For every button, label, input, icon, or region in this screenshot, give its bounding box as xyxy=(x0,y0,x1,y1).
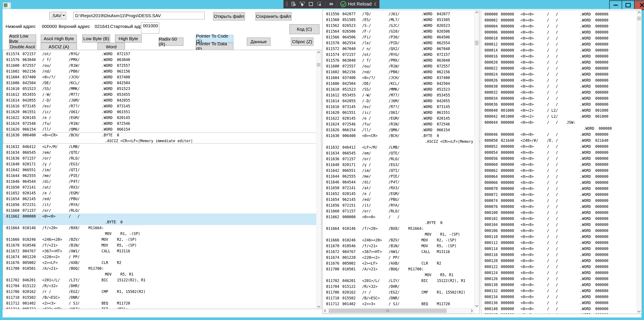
hot-reload-status[interactable]: Hot Reload xyxy=(340,1,372,7)
scrollbar-thumb[interactable] xyxy=(317,63,320,67)
listing-row[interactable]: 011706020162/r //EGZ/CMP R1, 15502(R2) xyxy=(3,289,321,295)
listing-row[interactable]: 011630006400<0><CR>/BCH/.BYTE 0 .ASCIZ <… xyxy=(3,132,321,144)
listing-row[interactable]: 000120000000<0><0>/ /.WORD 000000 xyxy=(481,258,642,264)
listing-row[interactable]: 000012000000<0><0>/ /.WORD 000000 xyxy=(481,41,642,47)
scrollbar-thumb[interactable] xyxy=(475,41,478,45)
listing-row[interactable]: 011666010246<246><20>/BZV/MOV R2, -(SP) xyxy=(3,237,321,242)
listing-row[interactable]: 011710015502/B/<ESC>/DNR/ xyxy=(323,295,479,301)
listing-row[interactable]: 011642066551/im//QTI/ xyxy=(3,167,321,173)
listing-row[interactable]: 011570062554/le//PID/.WORD 062554 xyxy=(323,40,479,46)
track-focused-element-icon[interactable] xyxy=(317,1,322,7)
listing-row[interactable]: 011566064506/Fi//P30/.WORD 064506 xyxy=(323,34,479,40)
listing-row[interactable]: 000112000000<0><0>/ /.WORD 000000 xyxy=(481,240,642,246)
ascii-low-byte-button[interactable]: Ascii Low Byte xyxy=(9,35,36,43)
listing-row[interactable]: 011604037400<0>/?//JCH/.WORD 037400 xyxy=(3,74,321,80)
listing-row[interactable]: 011672004767<367><HT>/AW1/CALL M13116 xyxy=(323,249,479,255)
listing-row[interactable]: 000054000000<0><0>/ /.WORD 000000 xyxy=(481,149,642,155)
middle-panel-vscrollbar[interactable] xyxy=(474,10,479,308)
close-button[interactable] xyxy=(634,1,644,10)
listing-row[interactable]: 011620061551/ic//O6I/.WORD 061551 xyxy=(323,110,479,116)
listing-row[interactable]: 011612053455/-W//M77/.WORD 053455 xyxy=(323,92,479,98)
listing-row[interactable]: 000004000000<0><0>/ /.WORD 000000 xyxy=(481,23,642,29)
listing-row[interactable]: 011712001402<2><3>/ SJ/BEQ M11720 xyxy=(3,300,321,306)
listing-row[interactable]: 011560051505/ES//ML7/.WORD 051505 xyxy=(323,17,479,23)
listing-row[interactable]: 011614042055/-D//J6M/.WORD 042055 xyxy=(323,98,479,104)
listing-row[interactable]: 011606042504/DE//KCL/.WORD 042504 xyxy=(3,80,321,86)
high-byte-button[interactable]: High Byte xyxy=(115,35,142,43)
listing-row[interactable]: 011702046201<201>/L//LIY/BIC 15122(R2), … xyxy=(3,277,321,283)
scrollbar-thumb[interactable] xyxy=(637,17,641,21)
listing-row[interactable]: 000074000000<0><0>/ /.WORD 000000 xyxy=(481,198,642,204)
listing-row[interactable]: 011616073145/ev//R7?/.WORD 073145 xyxy=(323,104,479,110)
listing-row[interactable]: 011676005002<2><LF>/AXB/CLR R2 xyxy=(323,260,479,266)
listing-row[interactable]: 000064000000<0><0>/ /.WORD 000000 xyxy=(481,174,642,180)
listing-row[interactable]: 000010000000<0><0>/ /.WORD 000000 xyxy=(481,35,642,41)
listing-panel-main[interactable]: 011574072157/ot//RYG/.WORD 072157 011576… xyxy=(2,50,322,309)
listing-row[interactable]: 000040001000<0><2>/ L2/.WORD 001000 xyxy=(481,107,642,113)
scroll-left-button[interactable] xyxy=(323,308,328,313)
listing-row[interactable]: 011700010501/A/<21>/BOQ/M11700: MOV R5, … xyxy=(323,266,479,278)
listing-row[interactable]: 000066000000<0><0>/ /.WORD 000000 xyxy=(481,180,642,186)
code-button[interactable]: Код (C) xyxy=(289,24,320,34)
listing-row[interactable]: 011662000000<0><0>/ / .BYTE 0 xyxy=(3,213,321,225)
listing-row[interactable]: 000050021640<240>/#//E. /.WORD 021640 xyxy=(481,137,642,143)
combobox-dropdown-button[interactable] xyxy=(61,12,66,19)
reset-button[interactable]: Сброс (Z) xyxy=(291,38,314,46)
listing-row[interactable]: 011632046412<LF>/M//LMB/ xyxy=(323,145,479,150)
low-byte-button[interactable]: Low Byte (B) xyxy=(82,35,110,43)
listing-row[interactable]: 011662000000<0><0>/ / .BYTE 0 xyxy=(323,214,479,226)
listing-row[interactable]: 011704015122/R/<32>/DHR/ xyxy=(323,284,479,289)
listing-row[interactable]: 011634066545/em//QTE/ xyxy=(3,150,321,155)
double-ascii-button[interactable]: Double Ascii xyxy=(9,43,36,51)
listing-row[interactable]: 011646064544/di//P4T/ xyxy=(3,179,321,184)
scroll-down-button[interactable] xyxy=(637,309,641,313)
listing-row[interactable]: 000070000000<0><0>/ /.WORD 000000 xyxy=(481,186,642,192)
listing-row[interactable]: 011702046201<201>/L//LIY/BIC 15122(R2), … xyxy=(323,278,479,284)
data-button[interactable]: Данные xyxy=(247,38,270,46)
listing-row[interactable]: 011652020145/e //EGM/ xyxy=(3,190,321,196)
listing-row[interactable]: 011610051523/SS//MMK/.WORD 051523 xyxy=(323,87,479,92)
listing-row[interactable]: 011674001220<220><2>/ PP/ xyxy=(3,254,321,260)
listing-row[interactable]: 011624072546/fu//R1N/.WORD 072546 xyxy=(3,121,321,127)
scroll-down-button[interactable] xyxy=(474,303,479,308)
select-element-icon[interactable] xyxy=(300,1,305,7)
listing-row[interactable]: 011646064544/di//P4T/ xyxy=(323,179,479,185)
pointer-to-data-button[interactable]: Pointer To Data (P) xyxy=(196,43,233,50)
listing-row[interactable]: 000000000000<0><0>/ /.WORD 000000 xyxy=(481,11,642,17)
scroll-up-button[interactable] xyxy=(637,11,641,15)
listing-row[interactable]: 011676005002<2><LF>/AXB/CLR R2 xyxy=(3,260,321,266)
listing-row[interactable]: 011576063040/ f//PMX/.WORD 063040 xyxy=(3,57,321,63)
listing-row[interactable]: 000114000000<0><0>/ /.WORD 000000 xyxy=(481,246,642,252)
start-address-input[interactable]: 001000 xyxy=(141,22,159,34)
listing-row[interactable]: 011572067040/ n//QX2/.WORD 067040 xyxy=(323,46,479,52)
asciz-button[interactable]: ASCIZ (A) xyxy=(41,43,77,51)
listing-row[interactable]: 011656072151/it//RYA/ xyxy=(3,202,321,208)
listing-row[interactable]: 011704015122/R/<32>/DHR/ xyxy=(3,283,321,289)
minimize-button[interactable] xyxy=(609,1,622,10)
listing-row[interactable]: 000062000000<0><0>/ /.WORD 000000 xyxy=(481,168,642,174)
listing-row[interactable]: 011700010501/A/<21>/BOQ/M11700: MOV R5, … xyxy=(3,266,321,277)
listing-row[interactable]: 011636071157/or//RLO/ xyxy=(323,156,479,162)
listing-row[interactable]: 000002000000<0><0>/ /.WORD 000000 xyxy=(481,17,642,23)
listing-row[interactable]: 011644062555/me//PIE/ xyxy=(3,173,321,179)
listing-row[interactable]: 000100000000<0><0>/ /.WORD 000000 xyxy=(481,210,642,216)
listing-row[interactable]: 000030000000<0><0>/ /.WORD 000000 xyxy=(481,83,642,89)
listing-row[interactable]: 011602062156/nd//PB0/.WORD 062156 xyxy=(323,69,479,75)
scroll-up-button[interactable] xyxy=(474,11,479,15)
listing-row[interactable]: 000126000000<0><0>/ /.WORD 000000 xyxy=(481,276,642,282)
word-button[interactable]: Word xyxy=(98,43,125,51)
listing-row[interactable]: 011606042504/DE//KCL/.WORD 042504 xyxy=(323,81,479,87)
listing-row[interactable]: 000034000000<0><0>/ /.WORD 000000 xyxy=(481,95,642,101)
listing-row[interactable]: 000014000000<0><0>/ /.WORD 000000 xyxy=(481,47,642,53)
middle-panel-hscrollbar[interactable] xyxy=(323,308,474,313)
listing-row[interactable]: 000142000000<0><0>/ /.WORD 000000 xyxy=(481,312,642,314)
listing-row[interactable]: 011602062156/nd//PB0/.WORD 062156 xyxy=(3,69,321,74)
listing-row[interactable]: 011622020145/e //EGM/.WORD 020145 xyxy=(3,115,321,121)
listing-row[interactable]: 000042001000<0><2>/ L2/.WORD 001000 xyxy=(481,113,642,119)
listing-row[interactable]: 000006000000<0><0>/ /.WORD 000000 xyxy=(481,29,642,35)
listing-row[interactable]: 011664010146/f/<20>/BX8/M11664: MOV R1, … xyxy=(3,225,321,237)
listing-row[interactable]: 000060000000<0><0>/ /.WORD 000000 xyxy=(481,162,642,168)
listing-row[interactable]: 000140000000<0><0>/ /.WORD 000000 xyxy=(481,306,642,312)
listing-row[interactable]: 011612053455/-W//M77/.WORD 053455 xyxy=(3,92,321,98)
listing-row[interactable]: 000072000000<0><0>/ /.WORD 000000 xyxy=(481,192,642,198)
